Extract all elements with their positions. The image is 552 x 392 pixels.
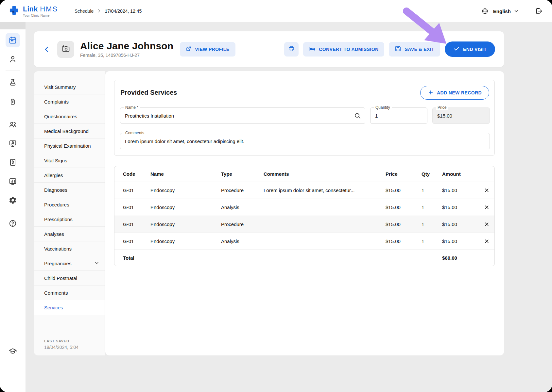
service-row: G-01 Endoscopy Procedure $15.00 1 $15.00 bbox=[114, 216, 494, 233]
top-bar: Link HMS Your Clinic Name Schedule 17/04… bbox=[0, 0, 552, 22]
nav-item-services[interactable]: Services bbox=[34, 300, 105, 315]
delete-row-icon[interactable] bbox=[484, 238, 490, 244]
nav-item-complaints[interactable]: Complaints bbox=[34, 94, 105, 109]
delete-row-icon[interactable] bbox=[484, 221, 490, 227]
globe-icon[interactable] bbox=[481, 8, 489, 15]
rail-divider bbox=[6, 113, 20, 113]
cell-code: G-01 bbox=[123, 238, 150, 244]
save-icon bbox=[395, 45, 401, 53]
language-selector[interactable]: English bbox=[493, 8, 511, 14]
search-icon[interactable] bbox=[354, 112, 361, 121]
sidebar-item-settings[interactable] bbox=[0, 191, 26, 210]
sidebar-item-education[interactable] bbox=[0, 342, 26, 361]
nav-item-allergies[interactable]: Allergies bbox=[34, 168, 105, 183]
logout-icon[interactable] bbox=[535, 7, 543, 15]
comments-input[interactable] bbox=[120, 133, 490, 149]
brand-name-primary: Link bbox=[23, 5, 38, 13]
bed-icon bbox=[309, 45, 316, 53]
col-header-price: Price bbox=[386, 171, 422, 177]
nav-item-vital-signs[interactable]: Vital Signs bbox=[34, 153, 105, 168]
table-total-row: Total $60.00 bbox=[114, 250, 494, 266]
view-profile-button[interactable]: VIEW PROFILE bbox=[180, 42, 235, 57]
convert-to-admission-button[interactable]: CONVERT TO ADMISSION bbox=[303, 42, 384, 57]
col-header-comments: Comments bbox=[264, 171, 386, 177]
sidebar-item-laboratory[interactable] bbox=[0, 73, 26, 92]
nav-item-physical-examination[interactable]: Physical Examination bbox=[34, 139, 105, 153]
bar-chart-icon bbox=[6, 174, 20, 188]
save-and-exit-label: SAVE & EXIT bbox=[405, 47, 434, 52]
nav-item-visit-summary[interactable]: Visit Summary bbox=[34, 80, 105, 94]
nav-item-procedures[interactable]: Procedures bbox=[34, 197, 105, 212]
cell-name: Endoscopy bbox=[150, 188, 221, 193]
col-header-code: Code bbox=[123, 171, 150, 177]
section-title: Provided Services bbox=[120, 89, 177, 96]
chevron-down-icon[interactable] bbox=[513, 8, 519, 14]
services-panel: Provided Services ADD NEW RECORD Name * … bbox=[105, 71, 504, 355]
nav-item-comments[interactable]: Comments bbox=[34, 286, 105, 300]
breadcrumb-schedule-link[interactable]: Schedule bbox=[75, 8, 94, 14]
check-icon bbox=[453, 45, 460, 53]
table-header-row: Code Name Type Comments Price Qty Amount bbox=[114, 166, 494, 182]
breadcrumb-current: 17/04/2024, 12:45 bbox=[105, 8, 142, 14]
cell-qty: 1 bbox=[422, 204, 442, 210]
add-new-record-label: ADD NEW RECORD bbox=[437, 90, 482, 95]
service-row: G-01 Endoscopy Procedure Lorem ipsum dol… bbox=[114, 182, 494, 199]
rail-divider bbox=[6, 212, 20, 212]
nav-item-questionnaires[interactable]: Questionnaires bbox=[34, 109, 105, 124]
nav-item-pregnancies[interactable]: Pregnancies bbox=[34, 256, 105, 271]
cell-name: Endoscopy bbox=[150, 204, 221, 210]
sidebar-rail bbox=[0, 29, 26, 392]
chevron-right-icon bbox=[97, 8, 101, 14]
delete-row-icon[interactable] bbox=[484, 188, 490, 193]
save-and-exit-button[interactable]: SAVE & EXIT bbox=[389, 42, 440, 57]
sidebar-item-staff[interactable] bbox=[0, 115, 26, 134]
last-saved: LAST SAVED 19/04/2024, 5:04 bbox=[44, 339, 78, 350]
sidebar-item-telemedicine[interactable] bbox=[0, 134, 26, 153]
convert-to-admission-label: CONVERT TO ADMISSION bbox=[319, 47, 378, 52]
cell-price: $15.00 bbox=[386, 204, 422, 210]
brand-name-secondary: HMS bbox=[40, 5, 58, 13]
services-table: Code Name Type Comments Price Qty Amount… bbox=[114, 166, 495, 266]
comments-label: Comments bbox=[124, 131, 146, 135]
nav-item-prescriptions[interactable]: Prescriptions bbox=[34, 212, 105, 227]
cell-price: $15.00 bbox=[386, 188, 422, 193]
brand-logo: Link HMS Your Clinic Name bbox=[0, 5, 65, 17]
add-new-record-button[interactable]: ADD NEW RECORD bbox=[420, 86, 489, 100]
end-visit-label: END VISIT bbox=[463, 47, 487, 52]
cell-amount: $15.00 bbox=[442, 221, 482, 227]
nav-item-diagnoses[interactable]: Diagnoses bbox=[34, 183, 105, 197]
patient-header-card: Alice Jane Johnson Female, 35, 14097856-… bbox=[34, 31, 504, 67]
monitor-person-icon bbox=[6, 136, 20, 151]
back-button[interactable] bbox=[43, 45, 51, 53]
price-label: Price bbox=[436, 105, 448, 110]
col-header-amount: Amount bbox=[442, 171, 482, 177]
nav-item-vaccinations[interactable]: Vaccinations bbox=[34, 241, 105, 256]
patient-identity: Alice Jane Johnson Female, 35, 14097856-… bbox=[80, 41, 173, 58]
total-label: Total bbox=[123, 255, 150, 261]
end-visit-button[interactable]: END VISIT bbox=[445, 41, 495, 57]
sidebar-item-patients[interactable] bbox=[0, 50, 26, 69]
cell-code: G-01 bbox=[123, 221, 150, 227]
header-actions: CONVERT TO ADMISSION SAVE & EXIT END VIS… bbox=[284, 41, 495, 57]
col-header-qty: Qty bbox=[422, 171, 442, 177]
sidebar-item-help[interactable] bbox=[0, 214, 26, 233]
add-photo-avatar[interactable] bbox=[57, 41, 74, 58]
visit-workspace: Visit Summary Complaints Questionnaires … bbox=[34, 71, 504, 355]
print-button[interactable] bbox=[284, 42, 299, 57]
visit-section-nav: Visit Summary Complaints Questionnaires … bbox=[34, 71, 105, 355]
cell-amount: $15.00 bbox=[442, 188, 482, 193]
delete-row-icon[interactable] bbox=[484, 204, 490, 210]
people-icon bbox=[6, 117, 20, 132]
sidebar-item-billing[interactable] bbox=[0, 153, 26, 172]
quantity-field: Quantity bbox=[370, 107, 427, 124]
quantity-input[interactable] bbox=[371, 108, 427, 123]
nav-item-medical-background[interactable]: Medical Background bbox=[34, 124, 105, 139]
sidebar-item-schedule[interactable] bbox=[0, 31, 26, 50]
plus-icon bbox=[428, 90, 434, 96]
nav-item-analyses[interactable]: Analyses bbox=[34, 227, 105, 241]
service-name-input[interactable] bbox=[120, 108, 365, 123]
nav-item-child-postnatal[interactable]: Child Postnatal bbox=[34, 271, 105, 286]
provided-services-card: Provided Services ADD NEW RECORD Name * … bbox=[114, 80, 495, 156]
sidebar-item-reports[interactable] bbox=[0, 172, 26, 191]
sidebar-item-pharmacy[interactable] bbox=[0, 92, 26, 111]
